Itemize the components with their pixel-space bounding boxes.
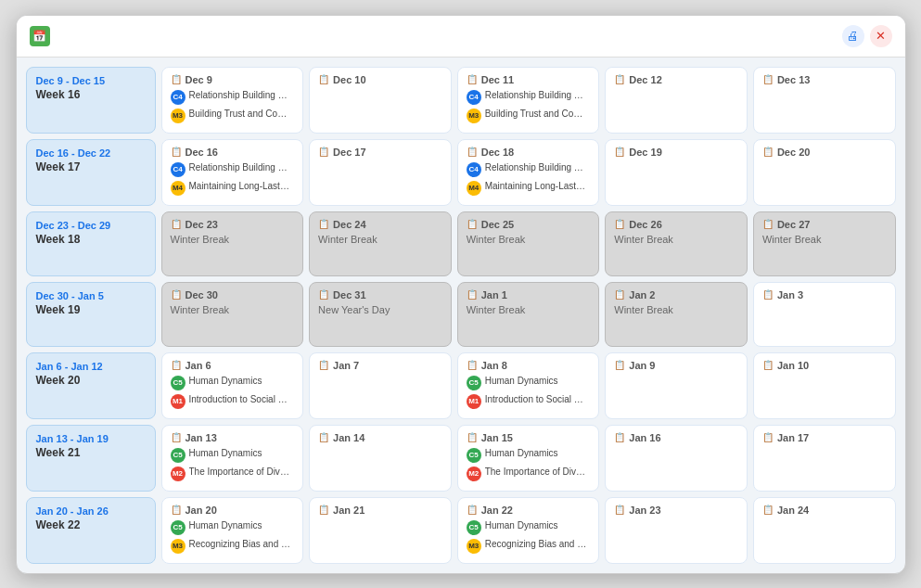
day-cell-0-1[interactable]: 📋 Dec 10: [309, 67, 452, 134]
day-date: 📋 Jan 16: [614, 432, 738, 443]
day-cell-3-1[interactable]: 📋 Dec 31 New Year's Day: [309, 282, 452, 347]
event-badge: C4: [171, 90, 185, 105]
day-cell-4-3[interactable]: 📋 Jan 9: [605, 352, 748, 419]
day-cell-4-1[interactable]: 📋 Jan 7: [309, 352, 452, 419]
day-date: 📋 Dec 18: [467, 147, 591, 158]
day-date: 📋 Dec 12: [614, 74, 738, 85]
title-actions: 🖨 ✕: [842, 25, 892, 47]
event-item: C4 Relationship Building Basics: [171, 89, 295, 105]
day-cell-2-3[interactable]: 📋 Dec 26 Winter Break: [605, 211, 748, 276]
date-text: Dec 18: [481, 147, 514, 158]
event-item: M4 Maintaining Long-Lasting F...: [171, 180, 295, 196]
calendar-icon: 📋: [467, 289, 478, 300]
day-date: 📋 Dec 16: [171, 147, 295, 158]
break-text: Winter Break: [614, 304, 738, 315]
day-cell-4-0[interactable]: 📋 Jan 6 C5 Human Dynamics M1 Introductio…: [161, 352, 304, 419]
day-cell-2-4[interactable]: 📋 Dec 27 Winter Break: [753, 211, 896, 276]
day-cell-4-2[interactable]: 📋 Jan 8 C5 Human Dynamics M1 Introductio…: [457, 352, 600, 419]
day-cell-6-3[interactable]: 📋 Jan 23: [605, 497, 748, 564]
event-badge: C5: [171, 520, 185, 535]
date-text: Jan 23: [629, 505, 660, 516]
date-text: Jan 24: [777, 505, 809, 516]
date-text: Jan 7: [333, 360, 359, 371]
break-text: Winter Break: [467, 304, 591, 315]
event-text: Recognizing Bias and Stere...: [485, 538, 587, 550]
date-text: Dec 24: [333, 219, 365, 230]
break-text: Winter Break: [762, 234, 887, 245]
week-range: Jan 13 - Jan 19: [36, 433, 146, 444]
day-date: 📋 Dec 31: [318, 289, 442, 300]
date-text: Dec 23: [185, 219, 218, 230]
day-cell-1-4[interactable]: 📋 Dec 20: [753, 139, 896, 206]
day-cell-0-0[interactable]: 📋 Dec 9 C4 Relationship Building Basics …: [161, 67, 304, 134]
calendar-icon: 📋: [171, 219, 182, 229]
event-item: M1 Introduction to Social and C...: [467, 393, 591, 409]
week-label: Week 16: [36, 88, 146, 101]
print-button[interactable]: 🖨: [842, 25, 864, 47]
event-badge: C5: [171, 376, 185, 390]
week-label: Week 17: [36, 160, 146, 173]
day-cell-1-0[interactable]: 📋 Dec 16 C4 Relationship Building Basics…: [161, 139, 304, 206]
break-text: Winter Break: [171, 234, 295, 245]
week-range: Jan 6 - Jan 12: [36, 361, 146, 372]
event-item: C5 Human Dynamics: [171, 375, 295, 390]
day-date: 📋 Jan 7: [318, 360, 442, 371]
week-range: Dec 9 - Dec 15: [36, 75, 146, 86]
day-cell-5-1[interactable]: 📋 Jan 14: [309, 425, 452, 492]
date-text: Jan 16: [629, 432, 660, 443]
calendar-icon: 📋: [467, 147, 478, 157]
date-text: Jan 20: [185, 505, 217, 516]
day-date: 📋 Dec 20: [762, 147, 887, 158]
event-text: Relationship Building Basics: [485, 161, 587, 173]
day-cell-6-2[interactable]: 📋 Jan 22 C5 Human Dynamics M3 Recognizin…: [457, 497, 600, 564]
day-date: 📋 Dec 19: [614, 147, 738, 158]
calendar-icon: 📋: [614, 147, 625, 157]
break-text: Winter Break: [614, 234, 738, 245]
day-cell-1-1[interactable]: 📋 Dec 17: [309, 139, 452, 206]
day-cell-3-4[interactable]: 📋 Jan 3: [753, 282, 896, 347]
day-cell-6-1[interactable]: 📋 Jan 21: [309, 497, 452, 564]
event-text: Introduction to Social and C...: [485, 393, 587, 405]
event-badge: M4: [171, 181, 185, 196]
event-item: C4 Relationship Building Basics: [467, 161, 591, 177]
day-cell-0-2[interactable]: 📋 Dec 11 C4 Relationship Building Basics…: [457, 67, 600, 134]
event-text: The Importance of Diversity: [485, 466, 587, 478]
day-cell-3-2[interactable]: 📋 Jan 1 Winter Break: [457, 282, 600, 347]
day-cell-5-2[interactable]: 📋 Jan 15 C5 Human Dynamics M2 The Import…: [457, 425, 600, 492]
date-text: Jan 15: [481, 432, 513, 443]
break-text: New Year's Day: [318, 304, 442, 315]
day-cell-5-4[interactable]: 📋 Jan 17: [753, 425, 896, 492]
calendar-icon: 📋: [614, 74, 625, 84]
event-badge: M3: [171, 109, 185, 123]
calendar-icon: 📋: [614, 432, 625, 442]
day-date: 📋 Dec 10: [318, 74, 442, 85]
day-date: 📋 Dec 11: [467, 74, 591, 85]
day-cell-0-3[interactable]: 📋 Dec 12: [605, 67, 748, 134]
day-date: 📋 Jan 2: [614, 289, 738, 300]
calendar-icon: 📋: [467, 505, 478, 515]
day-cell-4-4[interactable]: 📋 Jan 10: [753, 352, 896, 419]
event-item: M1 Introduction to Social and C...: [171, 393, 295, 409]
day-cell-1-2[interactable]: 📋 Dec 18 C4 Relationship Building Basics…: [457, 139, 600, 206]
day-cell-2-0[interactable]: 📋 Dec 23 Winter Break: [161, 211, 304, 276]
day-date: 📋 Dec 17: [318, 147, 442, 158]
day-date: 📋 Dec 23: [171, 219, 295, 230]
week-range: Dec 23 - Dec 29: [36, 220, 146, 231]
day-cell-2-2[interactable]: 📋 Dec 25 Winter Break: [457, 211, 600, 276]
week-label: Week 19: [36, 303, 146, 316]
day-cell-1-3[interactable]: 📋 Dec 19: [605, 139, 748, 206]
day-cell-3-0[interactable]: 📋 Dec 30 Winter Break: [161, 282, 304, 347]
day-cell-2-1[interactable]: 📋 Dec 24 Winter Break: [309, 211, 452, 276]
close-button[interactable]: ✕: [870, 25, 892, 47]
day-cell-5-3[interactable]: 📋 Jan 16: [605, 425, 748, 492]
day-cell-3-3[interactable]: 📋 Jan 2 Winter Break: [605, 282, 748, 347]
day-cell-0-4[interactable]: 📋 Dec 13: [753, 67, 896, 134]
calendar-icon: 📋: [318, 147, 329, 157]
day-cell-6-4[interactable]: 📋 Jan 24: [753, 497, 896, 564]
day-cell-6-0[interactable]: 📋 Jan 20 C5 Human Dynamics M3 Recognizin…: [161, 497, 304, 564]
event-badge: C5: [467, 376, 481, 390]
date-text: Dec 10: [333, 74, 365, 85]
week-label: Week 18: [36, 233, 146, 246]
day-cell-5-0[interactable]: 📋 Jan 13 C5 Human Dynamics M2 The Import…: [161, 425, 304, 492]
day-date: 📋 Jan 22: [467, 505, 591, 516]
